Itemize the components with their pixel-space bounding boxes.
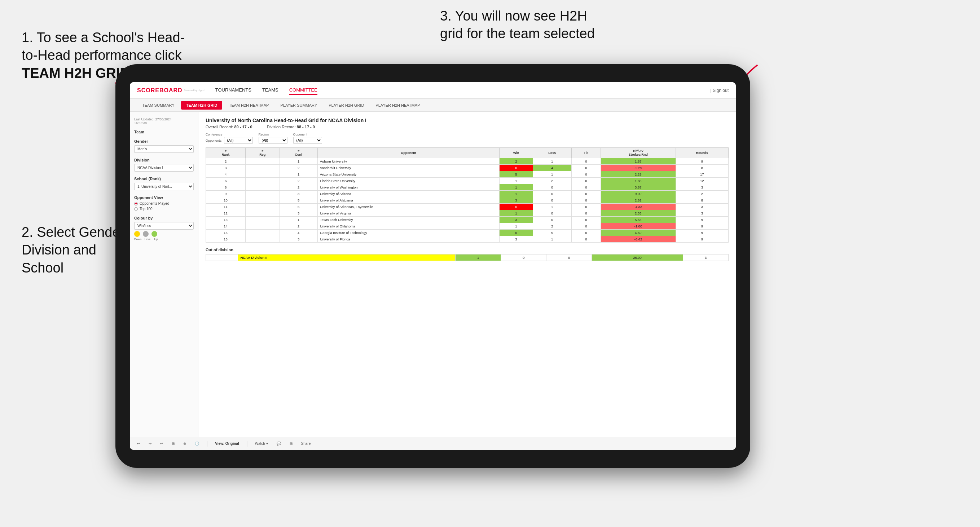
subnav-player-h2h-grid[interactable]: PLAYER H2H GRID <box>323 101 369 110</box>
opponent-select[interactable]: (All) <box>293 137 322 144</box>
conference-select[interactable]: (All) <box>224 137 253 144</box>
cell-rounds: 12 <box>676 178 728 184</box>
radio-top100[interactable]: Top 100 <box>134 207 194 211</box>
step3-annotation: 3. You will now see H2H grid for the tea… <box>440 7 595 43</box>
colour-dot-down <box>134 231 140 237</box>
gender-select[interactable]: Men's Women's <box>134 145 194 153</box>
col-reg: #Reg <box>246 148 280 158</box>
region-filter-label: Region <box>259 133 288 136</box>
toolbar-redo[interactable]: ↪ <box>147 441 153 446</box>
cell-conf: 4 <box>280 230 317 236</box>
step1-line3: TEAM H2H GRID <box>22 66 130 81</box>
subnav-player-summary[interactable]: PLAYER SUMMARY <box>275 101 322 110</box>
radio-opponents-played[interactable]: Opponents Played <box>134 202 194 205</box>
division-label: Division <box>134 158 194 162</box>
cell-loss: 0 <box>533 210 571 217</box>
table-row: 6 2 Florida State University 1 2 0 1.83 … <box>206 178 729 184</box>
cell-loss: 1 <box>533 158 571 165</box>
out-of-division-label: Out of division <box>205 248 729 252</box>
toolbar-comment[interactable]: 💬 <box>275 441 282 446</box>
cell-tie: 0 <box>571 165 601 171</box>
cell-opponent: University of Virginia <box>317 210 499 217</box>
cell-conf: 2 <box>280 178 317 184</box>
toolbar-watch[interactable]: Watch ▾ <box>254 441 269 446</box>
overall-record: Overall Record: 89 - 17 - 0 <box>205 125 253 129</box>
subnav-team-summary[interactable]: TEAM SUMMARY <box>137 101 180 110</box>
team-section: Team <box>134 130 194 134</box>
toolbar-separator2: | <box>247 440 248 447</box>
cell-tie: 0 <box>571 184 601 191</box>
colour-label-up: Up <box>154 238 158 241</box>
toolbar-copy[interactable]: ⊞ <box>170 441 176 446</box>
main-content: Last Updated: 27/03/2024 16:55:38 Team G… <box>130 112 736 437</box>
cell-rounds: 9 <box>676 158 728 165</box>
colour-label-down: Down <box>134 238 142 241</box>
cell-opponent: Arizona State University <box>317 171 499 178</box>
table-body: 2 1 Auburn University 2 1 0 1.67 9 3 2 V… <box>206 158 729 243</box>
school-select[interactable]: 1. University of Nort... <box>134 183 194 190</box>
colour-labels: Down Level Up <box>134 238 194 241</box>
cell-opponent: Auburn University <box>317 158 499 165</box>
timestamp-label: Last Updated: 27/03/2024 <box>134 117 194 121</box>
cell-rank: 3 <box>206 165 246 171</box>
colour-select[interactable]: Win/loss <box>134 222 194 230</box>
cell-tie: 0 <box>571 217 601 223</box>
cell-win: 1 <box>500 184 533 191</box>
toolbar-back[interactable]: ↩ <box>159 441 164 446</box>
col-tie: Tie <box>571 148 601 158</box>
subnav-team-h2h-heatmap[interactable]: TEAM H2H HEATMAP <box>224 101 274 110</box>
cell-win: 0 <box>500 204 533 210</box>
sign-out-button[interactable]: | Sign out <box>711 88 729 93</box>
cell-loss: 1 <box>533 171 571 178</box>
sidebar: Last Updated: 27/03/2024 16:55:38 Team G… <box>130 112 198 437</box>
subnav-team-h2h-grid[interactable]: TEAM H2H GRID <box>181 101 223 110</box>
cell-conf: 1 <box>280 158 317 165</box>
cell-conf: 2 <box>280 223 317 230</box>
division-select[interactable]: NCAA Division I NCAA Division II <box>134 164 194 171</box>
cell-opponent: University of Alabama <box>317 197 499 204</box>
cell-rounds: 3 <box>676 204 728 210</box>
grid-title: University of North Carolina Head-to-Hea… <box>205 117 729 123</box>
toolbar-share[interactable]: Share <box>300 441 312 446</box>
cell-opponent: Vanderbilt University <box>317 165 499 171</box>
nav-teams[interactable]: TEAMS <box>262 86 278 95</box>
out-div-division: NCAA Division II <box>238 254 455 261</box>
opponent-filter-label: Opponent <box>293 133 322 136</box>
table-row: 11 6 University of Arkansas, Fayettevill… <box>206 204 729 210</box>
nav-bar: SCOREBOARD Powered by clippd TOURNAMENTS… <box>130 82 736 99</box>
cell-diff: -4.33 <box>601 204 676 210</box>
out-of-division: Out of division NCAA Division II 1 0 0 2… <box>205 248 729 261</box>
nav-tournaments[interactable]: TOURNAMENTS <box>215 86 251 95</box>
gender-label: Gender <box>134 139 194 143</box>
division-record-value: 88 - 17 - 0 <box>297 125 315 129</box>
region-select[interactable]: (All) <box>259 137 288 144</box>
subnav-player-h2h-heatmap[interactable]: PLAYER H2H HEATMAP <box>371 101 425 110</box>
cell-conf: 5 <box>280 197 317 204</box>
toolbar-undo[interactable]: ↩ <box>135 441 142 446</box>
table-row: 3 2 Vanderbilt University 0 4 0 -2.29 8 <box>206 165 729 171</box>
nav-committee[interactable]: COMMITTEE <box>289 86 317 95</box>
table-row: 15 4 Georgia Institute of Technology 0 5… <box>206 230 729 236</box>
cell-reg <box>246 191 280 197</box>
out-div-diff: 26.00 <box>592 254 683 261</box>
cell-rounds: 8 <box>676 197 728 204</box>
cell-conf: 6 <box>280 204 317 210</box>
cell-conf: 2 <box>280 184 317 191</box>
cell-win: 2 <box>500 158 533 165</box>
tablet-screen: SCOREBOARD Powered by clippd TOURNAMENTS… <box>130 82 736 450</box>
cell-tie: 0 <box>571 191 601 197</box>
toolbar-clock[interactable]: 🕐 <box>193 441 200 446</box>
cell-reg <box>246 165 280 171</box>
top100-label: Top 100 <box>140 207 153 211</box>
cell-diff: 5.56 <box>601 217 676 223</box>
cell-tie: 0 <box>571 230 601 236</box>
toolbar-add[interactable]: ⊕ <box>182 441 188 446</box>
cell-loss: 2 <box>533 178 571 184</box>
colour-dots <box>134 231 194 237</box>
colour-by-label: Colour by <box>134 216 194 220</box>
division-record-label: Division Record: <box>267 125 296 129</box>
toolbar-layout[interactable]: ⊞ <box>288 441 294 446</box>
toolbar-view[interactable]: View: Original <box>213 441 240 446</box>
cell-diff: 9.00 <box>601 191 676 197</box>
cell-win: 3 <box>500 197 533 204</box>
